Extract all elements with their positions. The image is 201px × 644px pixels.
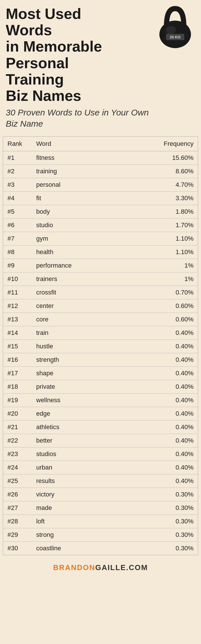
frequency-cell: 0.40%: [95, 474, 198, 488]
word-cell: center: [32, 299, 95, 313]
frequency-cell: 0.40%: [95, 394, 198, 407]
rank-cell: #8: [3, 246, 32, 259]
table-row: #17shape0.40%: [3, 367, 198, 380]
rank-cell: #6: [3, 219, 32, 232]
rank-cell: #30: [3, 542, 32, 555]
table-row: #4fit3.30%: [3, 192, 198, 205]
table-row: #20edge0.40%: [3, 407, 198, 421]
table-row: #13core0.60%: [3, 313, 198, 326]
rank-cell: #19: [3, 394, 32, 407]
frequency-cell: 1.10%: [95, 246, 198, 259]
word-cell: fit: [32, 192, 95, 205]
frequency-header: Frequency: [95, 137, 198, 151]
word-cell: shape: [32, 367, 95, 380]
word-cell: strength: [32, 353, 95, 367]
rank-header: Rank: [3, 137, 32, 151]
table-row: #12center0.60%: [3, 299, 198, 313]
svg-point-1: [166, 26, 176, 34]
table-row: #10trainers1%: [3, 272, 198, 286]
word-cell: core: [32, 313, 95, 326]
table-row: #21athletics0.40%: [3, 421, 198, 434]
rank-cell: #4: [3, 192, 32, 205]
table-row: #24urban0.40%: [3, 461, 198, 474]
word-cell: gym: [32, 232, 95, 246]
table-body: #1fitness15.60%#2training8.60%#3personal…: [3, 151, 198, 555]
word-cell: training: [32, 165, 95, 178]
rank-cell: #12: [3, 299, 32, 313]
table-row: #6studio1.70%: [3, 219, 198, 232]
table-row: #9performance1%: [3, 259, 198, 272]
rank-cell: #25: [3, 474, 32, 488]
table-row: #30coastline0.30%: [3, 542, 198, 555]
word-cell: urban: [32, 461, 95, 474]
frequency-cell: 0.30%: [95, 488, 198, 501]
frequency-cell: 0.60%: [95, 299, 198, 313]
frequency-cell: 0.30%: [95, 501, 198, 515]
word-cell: health: [32, 246, 95, 259]
rank-cell: #23: [3, 447, 32, 461]
rank-cell: #11: [3, 286, 32, 299]
rank-cell: #5: [3, 205, 32, 219]
rank-cell: #20: [3, 407, 32, 421]
brand-name-orange: BRANDON: [53, 563, 95, 572]
table-header-row: Rank Word Frequency: [3, 137, 198, 151]
frequency-cell: 0.40%: [95, 353, 198, 367]
title-line3: Personal Training: [6, 55, 69, 88]
word-cell: edge: [32, 407, 95, 421]
word-cell: studios: [32, 447, 95, 461]
frequency-cell: 4.70%: [95, 178, 198, 192]
rank-cell: #13: [3, 313, 32, 326]
frequency-cell: 8.60%: [95, 165, 198, 178]
rank-cell: #24: [3, 461, 32, 474]
word-cell: body: [32, 205, 95, 219]
title-line2: in Memorable: [6, 38, 102, 55]
frequency-cell: 0.40%: [95, 340, 198, 353]
word-cell: made: [32, 501, 95, 515]
rank-cell: #9: [3, 259, 32, 272]
rank-cell: #17: [3, 367, 32, 380]
header-section: Most Used Words in Memorable Personal Tr…: [0, 0, 201, 132]
rank-cell: #27: [3, 501, 32, 515]
table-row: #28loft0.30%: [3, 515, 198, 528]
subtitle: 30 Proven Words to Use in Your Own Biz N…: [6, 107, 149, 129]
footer-section: BRANDONGAILLE.COM: [0, 558, 201, 577]
word-cell: better: [32, 434, 95, 447]
frequency-cell: 0.40%: [95, 461, 198, 474]
word-cell: victory: [32, 488, 95, 501]
table-row: #23studios0.40%: [3, 447, 198, 461]
table-row: #2training8.60%: [3, 165, 198, 178]
rank-cell: #28: [3, 515, 32, 528]
frequency-cell: 0.30%: [95, 528, 198, 542]
frequency-cell: 0.40%: [95, 434, 198, 447]
word-cell: trainers: [32, 272, 95, 286]
page-wrapper: Most Used Words in Memorable Personal Tr…: [0, 0, 201, 577]
frequency-cell: 0.70%: [95, 286, 198, 299]
table-row: #15hustle0.40%: [3, 340, 198, 353]
frequency-cell: 0.40%: [95, 326, 198, 340]
frequency-cell: 3.30%: [95, 192, 198, 205]
table-row: #5body1.80%: [3, 205, 198, 219]
word-cell: private: [32, 380, 95, 394]
table-row: #25results0.40%: [3, 474, 198, 488]
frequency-cell: 1%: [95, 272, 198, 286]
rank-cell: #22: [3, 434, 32, 447]
table-row: #16strength0.40%: [3, 353, 198, 367]
main-title: Most Used Words in Memorable Personal Tr…: [6, 6, 126, 104]
frequency-cell: 0.60%: [95, 313, 198, 326]
rank-cell: #2: [3, 165, 32, 178]
word-cell: athletics: [32, 421, 95, 434]
table-row: #29strong0.30%: [3, 528, 198, 542]
table-row: #26victory0.30%: [3, 488, 198, 501]
frequency-cell: 0.30%: [95, 542, 198, 555]
word-cell: performance: [32, 259, 95, 272]
frequency-cell: 1.80%: [95, 205, 198, 219]
rank-cell: #18: [3, 380, 32, 394]
rank-cell: #26: [3, 488, 32, 501]
rank-cell: #14: [3, 326, 32, 340]
word-cell: wellness: [32, 394, 95, 407]
rank-cell: #15: [3, 340, 32, 353]
brand-name-dark: GAILLE.COM: [95, 563, 148, 572]
word-cell: strong: [32, 528, 95, 542]
rank-cell: #21: [3, 421, 32, 434]
frequency-cell: 0.30%: [95, 515, 198, 528]
